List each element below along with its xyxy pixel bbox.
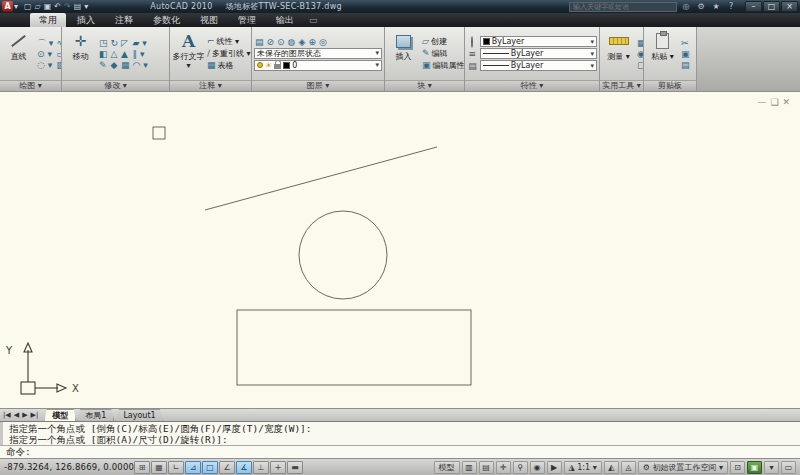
annotation-autoscale-icon[interactable]: ◬ — [621, 461, 636, 474]
tab-parametric[interactable]: 参数化 — [144, 13, 189, 27]
array-icon[interactable]: ▦ — [121, 60, 130, 70]
layer-isolate-icon[interactable]: ⊙ — [277, 37, 285, 47]
new-icon[interactable]: ▢ — [24, 1, 32, 12]
rotate-icon[interactable]: ↻ — [111, 38, 119, 48]
canvas-restore-icon[interactable]: ❑ — [770, 97, 778, 107]
panel-title-block[interactable]: 块 ▾ — [385, 80, 464, 91]
layer-match-icon[interactable]: ⊕ — [308, 37, 316, 47]
mirror-icon[interactable]: ◧ — [99, 49, 108, 59]
stretch-icon[interactable]: △ — [111, 49, 119, 59]
panel-title-properties[interactable]: 特性 ▾ — [465, 80, 599, 91]
layer-properties-icon[interactable]: ▤ — [255, 37, 264, 47]
zoom-icon[interactable]: ⚲ — [513, 461, 528, 474]
tab-insert[interactable]: 插入 — [68, 13, 104, 27]
steering-wheel-icon[interactable]: ◉ — [530, 461, 545, 474]
osnap3d-toggle[interactable]: ∠ — [219, 461, 235, 474]
id-point-icon[interactable]: ▢ — [637, 60, 643, 70]
annotation-visibility-icon[interactable]: ◭ — [604, 461, 619, 474]
first-tab-icon[interactable]: |◀ — [2, 411, 12, 419]
ortho-toggle[interactable]: ∟ — [168, 461, 184, 474]
polar-toggle[interactable]: ⊿ — [185, 461, 201, 474]
coordinate-display[interactable]: -879.3264, 126.8669, 0.0000 — [4, 462, 132, 472]
layer-lock-icon[interactable]: ◈ — [298, 37, 305, 47]
tab-layout1-en[interactable]: Layout1 — [115, 409, 163, 421]
lineweight-toggle[interactable]: ▬ — [287, 461, 303, 474]
app-menu-button[interactable]: A ▾ — [2, 1, 18, 12]
ducs-toggle[interactable]: ⊥ — [253, 461, 269, 474]
layer-dropdown[interactable]: ☀ 0 ▾ — [254, 60, 382, 71]
quick-view-layouts-icon[interactable]: ▥ — [462, 461, 477, 474]
layer-previous-icon[interactable]: ◎ — [319, 37, 327, 47]
table[interactable]: ▦表格 — [207, 60, 251, 71]
tab-layout1[interactable]: 布局1 — [77, 409, 114, 421]
rectangle-icon[interactable]: ▭ — [56, 49, 61, 59]
paste-special-icon[interactable]: ▤ — [681, 60, 690, 70]
revision-cloud-icon[interactable]: ◌ ▾ — [37, 60, 53, 70]
linetype-dropdown[interactable]: ByLayer ▾ — [480, 48, 597, 59]
trim-icon[interactable]: ◸ — [121, 38, 130, 48]
annotation-scale-button[interactable]: ◮ 1:1 ▾ — [564, 461, 602, 474]
pedit-icon[interactable]: ✎ — [99, 60, 108, 70]
cut-icon[interactable]: ✂ — [681, 38, 690, 48]
next-tab-icon[interactable]: ▶ — [21, 411, 28, 419]
panel-title-draw[interactable]: 绘图 ▾ — [0, 80, 61, 91]
quick-calc-icon[interactable]: ◉ — [637, 49, 643, 59]
close-icon[interactable]: × — [781, 1, 798, 12]
mtext-button[interactable]: A 多行文字 ▾ — [172, 28, 205, 79]
tab-home[interactable]: 常用 — [30, 13, 66, 27]
canvas-close-icon[interactable]: ✕ — [782, 97, 790, 107]
dyn-toggle[interactable]: + — [270, 461, 286, 474]
insert-block-button[interactable]: 插入 — [387, 28, 420, 79]
block-edit[interactable]: ✎编辑 — [422, 48, 464, 59]
restore-icon[interactable]: □ — [763, 1, 780, 12]
infocenter-search-input[interactable] — [569, 2, 677, 12]
fillet-icon[interactable]: ◠ ▾ — [133, 60, 148, 70]
canvas-minimize-icon[interactable]: — — [757, 97, 766, 107]
small-square[interactable] — [153, 127, 165, 139]
ribbon-minimize-icon[interactable]: ▭ — [305, 13, 322, 27]
drawn-rectangle[interactable] — [237, 310, 471, 385]
arc-icon[interactable]: ⌒ ▾ — [37, 38, 53, 48]
otrack-toggle[interactable]: ∡ — [236, 461, 252, 474]
erase-icon[interactable]: ▰ ▾ — [133, 38, 148, 48]
object-color-dropdown[interactable]: ByLayer ▾ — [480, 36, 597, 47]
pan-icon[interactable]: ✛ — [496, 461, 511, 474]
drawn-circle[interactable] — [299, 211, 387, 299]
tab-view[interactable]: 视图 — [191, 13, 227, 27]
subscription-icon[interactable]: ⚙ — [695, 2, 707, 11]
polyline-icon[interactable]: ∿ — [56, 38, 61, 48]
offset-icon[interactable]: ∥ ▾ — [133, 49, 148, 59]
save-icon[interactable]: ▣ — [44, 1, 52, 12]
showmotion-icon[interactable]: ▶ — [547, 461, 562, 474]
help-icon[interactable]: ? — [725, 2, 737, 11]
drawing-canvas[interactable]: —❑✕ Y X — [0, 92, 800, 408]
last-tab-icon[interactable]: ▶| — [30, 411, 40, 419]
panel-title-utilities[interactable]: 实用工具 ▾ — [600, 80, 643, 91]
plot-icon[interactable]: ▤ — [74, 1, 82, 12]
circle-icon[interactable]: ⊙ ▾ — [37, 49, 53, 59]
layer-off-icon[interactable]: ⊘ — [267, 37, 275, 47]
block-edit-attributes[interactable]: ▣编辑属性 ▾ — [422, 60, 464, 71]
paste-button[interactable]: 粘贴 ▾ — [646, 28, 679, 79]
scale-icon[interactable]: ▲ — [121, 49, 130, 59]
command-input-line[interactable]: 命令: — [0, 445, 800, 458]
search-icon[interactable]: ◎ — [680, 2, 692, 11]
tab-annotate[interactable]: 注释 — [106, 13, 142, 27]
tab-manage[interactable]: 管理 — [229, 13, 265, 27]
measure-button[interactable]: 测量 ▾ — [602, 28, 635, 79]
status-menu-icon[interactable]: ▾ — [764, 461, 779, 474]
lineweight-dropdown[interactable]: ByLayer ▾ — [480, 60, 597, 71]
app-status-icon[interactable]: ▣ — [747, 461, 762, 474]
layer-freeze-icon[interactable]: ◍ — [288, 37, 296, 47]
tab-model[interactable]: 模型 — [44, 409, 76, 421]
quick-view-drawings-icon[interactable]: ▤ — [479, 461, 494, 474]
panel-title-layers[interactable]: 图层 ▾ — [252, 80, 384, 91]
explode-icon[interactable]: ◆ — [111, 60, 119, 70]
copy-clip-icon[interactable]: ▣ — [681, 49, 690, 59]
quick-select-icon[interactable]: ▦ — [637, 38, 643, 48]
open-icon[interactable]: ▱ — [35, 1, 41, 12]
multileader[interactable]: ∕多重引线 ▾ — [207, 48, 251, 59]
layer-state-dropdown[interactable]: 未保存的图层状态 ▾ — [254, 48, 382, 59]
diagonal-line[interactable] — [205, 147, 437, 210]
hatch-icon[interactable]: ▨ ▾ — [56, 60, 61, 70]
